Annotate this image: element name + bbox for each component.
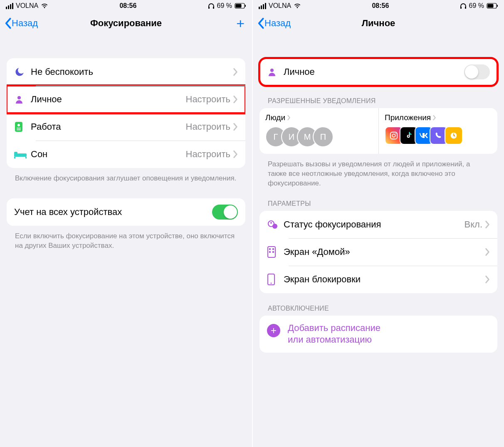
signal-icon bbox=[6, 3, 13, 9]
allowed-notifications-header: РАЗРЕШЕННЫЕ УВЕДОМЛЕНИЯ bbox=[259, 86, 497, 108]
chevron-right-icon bbox=[432, 114, 437, 121]
chevron-right-icon bbox=[233, 68, 238, 76]
svg-point-7 bbox=[17, 124, 20, 126]
svg-point-19 bbox=[270, 69, 274, 72]
bed-icon bbox=[14, 150, 31, 158]
row-do-not-disturb[interactable]: Не беспокоить bbox=[7, 58, 245, 86]
add-line1: Добавить расписание bbox=[288, 322, 380, 334]
status-bar: VOLNA 08:56 69 % bbox=[0, 0, 252, 12]
battery-percent: 69 % bbox=[469, 2, 484, 10]
add-button[interactable]: + bbox=[233, 15, 248, 32]
back-label: Назад bbox=[12, 18, 38, 29]
allowed-footer-text: Разрешать вызовы и уведомления от людей … bbox=[259, 154, 497, 188]
row-share-devices[interactable]: Учет на всех устройствах bbox=[7, 198, 245, 226]
carrier-label: VOLNA bbox=[269, 2, 291, 10]
row-label: Работа bbox=[31, 121, 186, 132]
share-group: Учет на всех устройствах bbox=[7, 198, 245, 226]
share-footer-text: Если включить фокусирование на этом устр… bbox=[7, 226, 245, 251]
clock: 08:56 bbox=[119, 2, 136, 10]
apps-button[interactable]: Приложения bbox=[378, 108, 497, 154]
svg-rect-0 bbox=[208, 7, 210, 9]
add-schedule-button[interactable]: + Добавить расписание или автоматизацию bbox=[259, 316, 497, 353]
screen-focus-list: VOLNA 08:56 69 % Назад Фокусирование + bbox=[0, 0, 252, 447]
carrier-label: VOLNA bbox=[16, 2, 38, 10]
row-sleep[interactable]: Сон Настроить bbox=[7, 141, 245, 168]
back-button[interactable]: Назад bbox=[257, 17, 291, 29]
row-work[interactable]: Работа Настроить bbox=[7, 113, 245, 141]
focus-footer-text: Включение фокусирования заглушает оповещ… bbox=[7, 168, 245, 183]
row-personal[interactable]: Личное Настроить bbox=[7, 86, 245, 113]
svg-rect-14 bbox=[460, 7, 462, 9]
wifi-icon bbox=[294, 3, 301, 9]
chevron-right-icon bbox=[233, 95, 238, 104]
status-bar: VOLNA 08:56 69 % bbox=[253, 0, 504, 12]
nav-bar: Назад Фокусирование + bbox=[0, 12, 252, 35]
chevron-right-icon bbox=[287, 114, 291, 121]
person-icon bbox=[267, 67, 284, 77]
headphones-icon bbox=[460, 3, 467, 9]
row-label: Статус фокусирования bbox=[284, 219, 464, 230]
chevron-right-icon bbox=[233, 150, 238, 158]
person-icon bbox=[14, 94, 31, 104]
allowed-split: Люди Г И М П Приложения bbox=[259, 108, 497, 154]
svg-rect-12 bbox=[14, 157, 15, 158]
status-icon bbox=[267, 219, 284, 230]
headphones-icon bbox=[208, 3, 215, 9]
screen-personal-focus: VOLNA 08:56 69 % Назад Личное bbox=[252, 0, 504, 447]
back-label: Назад bbox=[264, 18, 291, 29]
back-button[interactable]: Назад bbox=[4, 17, 38, 29]
battery-icon bbox=[487, 3, 498, 9]
row-label: Личное bbox=[31, 94, 186, 105]
row-lock-screen[interactable]: Экран блокировки bbox=[259, 266, 497, 293]
chevron-right-icon bbox=[485, 275, 490, 284]
svg-rect-30 bbox=[269, 251, 271, 253]
svg-rect-3 bbox=[235, 4, 241, 8]
params-group: Статус фокусирования Вкл. Экран «Домой» … bbox=[259, 211, 497, 293]
svg-rect-9 bbox=[17, 129, 21, 130]
row-label: Сон bbox=[31, 149, 186, 160]
row-detail: Настроить bbox=[186, 121, 231, 132]
clock-icon bbox=[445, 126, 463, 145]
focus-modes-group: Не беспокоить Личное Настроить Работа На… bbox=[7, 58, 245, 168]
auto-header: АВТОВКЛЮЧЕНИЕ bbox=[259, 293, 497, 316]
lock-screen-icon bbox=[267, 273, 284, 286]
share-toggle[interactable] bbox=[212, 205, 238, 220]
svg-point-21 bbox=[392, 134, 395, 137]
svg-rect-18 bbox=[497, 5, 498, 7]
svg-rect-31 bbox=[272, 251, 274, 253]
personal-toggle[interactable] bbox=[464, 64, 490, 79]
people-button[interactable]: Люди Г И М П bbox=[259, 108, 378, 154]
svg-point-22 bbox=[395, 133, 396, 134]
row-label: Личное bbox=[284, 67, 464, 77]
svg-rect-13 bbox=[25, 157, 27, 158]
clock: 08:56 bbox=[372, 2, 389, 10]
row-home-screen[interactable]: Экран «Домой» bbox=[259, 238, 497, 266]
apps-title: Приложения bbox=[385, 113, 431, 122]
row-label: Учет на всех устройствах bbox=[14, 207, 212, 217]
row-label: Экран «Домой» bbox=[284, 247, 485, 257]
signal-icon bbox=[259, 3, 266, 9]
row-detail: Настроить bbox=[186, 149, 231, 160]
app-icons bbox=[385, 126, 492, 145]
row-label: Не беспокоить bbox=[31, 67, 233, 77]
svg-rect-28 bbox=[269, 248, 271, 250]
svg-rect-15 bbox=[465, 7, 466, 9]
battery-percent: 69 % bbox=[217, 2, 232, 10]
svg-point-33 bbox=[271, 282, 272, 284]
svg-rect-8 bbox=[17, 128, 21, 128]
row-focus-status[interactable]: Статус фокусирования Вкл. bbox=[259, 211, 497, 238]
svg-rect-1 bbox=[213, 7, 214, 9]
wifi-icon bbox=[41, 3, 48, 9]
svg-rect-6 bbox=[15, 122, 22, 132]
personal-toggle-group: Личное bbox=[259, 58, 497, 86]
row-personal-toggle[interactable]: Личное bbox=[259, 58, 497, 86]
avatar: П bbox=[313, 126, 334, 147]
chevron-right-icon bbox=[233, 123, 238, 131]
badge-icon bbox=[14, 121, 31, 133]
svg-point-26 bbox=[270, 222, 272, 224]
home-screen-icon bbox=[267, 246, 284, 258]
moon-icon bbox=[14, 67, 31, 77]
params-header: ПАРАМЕТРЫ bbox=[259, 188, 497, 211]
add-line2: или автоматизацию bbox=[288, 334, 380, 346]
svg-point-25 bbox=[272, 224, 277, 229]
